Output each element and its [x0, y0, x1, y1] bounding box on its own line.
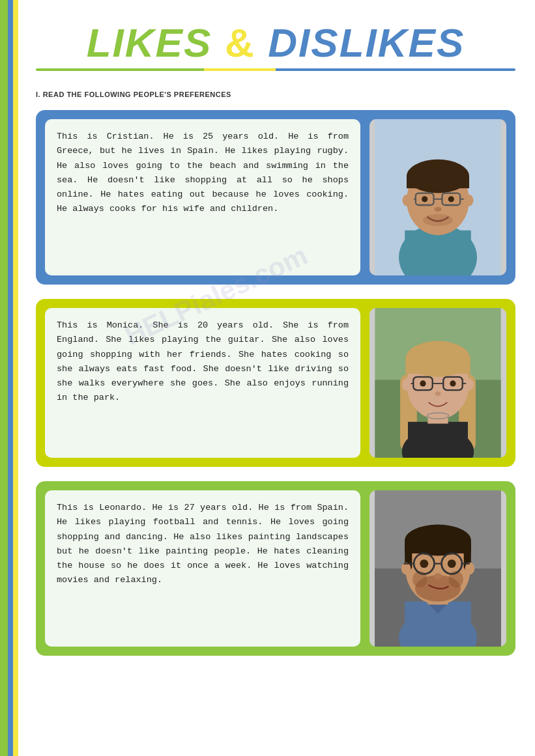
- svg-point-7: [403, 194, 412, 206]
- svg-point-16: [434, 207, 441, 212]
- monica-image: [369, 308, 506, 458]
- svg-point-28: [402, 379, 412, 391]
- svg-rect-47: [405, 540, 471, 553]
- svg-point-37: [435, 391, 441, 396]
- svg-point-8: [464, 194, 474, 206]
- monica-text: This is Monica. She is 20 years old. She…: [45, 308, 360, 458]
- svg-point-14: [422, 196, 427, 202]
- svg-point-60: [420, 559, 428, 568]
- cristian-image: [369, 119, 506, 275]
- svg-rect-2: [405, 231, 471, 275]
- left-bar-blue: [8, 0, 13, 756]
- left-bar-yellow: [13, 0, 18, 756]
- svg-rect-27: [405, 359, 470, 374]
- title-dislikes: DISLIKES: [268, 20, 465, 65]
- svg-point-61: [448, 559, 456, 568]
- card-cristian: This is Cristian. He is 25 years old. He…: [36, 110, 515, 285]
- section-heading: I. READ THE FOLLOWING PEOPLE'S PREFERENC…: [36, 91, 515, 98]
- title-likes: LIKES: [87, 20, 212, 65]
- svg-point-62: [434, 573, 442, 579]
- svg-rect-23: [408, 422, 468, 458]
- svg-point-35: [420, 380, 426, 386]
- title-and: &: [225, 20, 255, 65]
- cristian-text: This is Cristian. He is 25 years old. He…: [45, 119, 360, 275]
- title-underline: [36, 68, 515, 71]
- svg-point-36: [450, 380, 455, 386]
- left-bar-green: [0, 0, 8, 756]
- card-monica: This is Monica. She is 20 years old. She…: [36, 299, 515, 467]
- svg-point-17: [423, 214, 453, 226]
- svg-point-29: [464, 379, 474, 391]
- svg-point-15: [448, 196, 454, 202]
- leonardo-text: This is Leonardo. He is 27 years old. He…: [45, 490, 360, 647]
- card-leonardo: This is Leonardo. He is 27 years old. He…: [36, 481, 515, 656]
- title-area: LIKES & DISLIKES: [36, 20, 515, 71]
- main-content: LIKES & DISLIKES I. READ THE FOLLOWING P…: [23, 0, 535, 690]
- svg-rect-6: [407, 176, 469, 188]
- leonardo-image: [369, 490, 506, 647]
